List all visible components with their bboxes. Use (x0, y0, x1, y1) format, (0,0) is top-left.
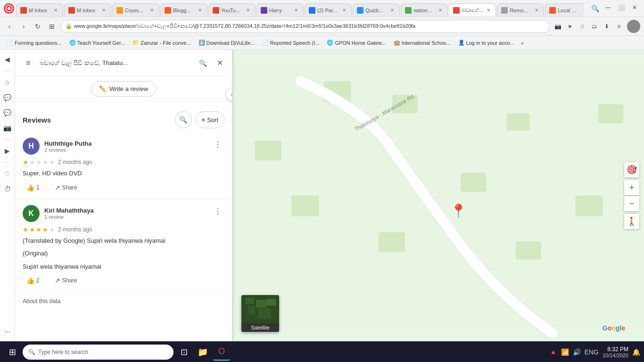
notification-button[interactable]: 🔔 (632, 348, 640, 356)
panel-search-icon[interactable]: 🔍 (196, 57, 209, 70)
restore-button[interactable]: ⬜ (616, 3, 627, 12)
panel-menu-button[interactable]: ≡ (21, 56, 36, 71)
tab-label-maps: බඩාගේ... (462, 7, 483, 13)
sort-button[interactable]: ≡ Sort (196, 111, 224, 128)
system-clock[interactable]: 8:32 PM 10/14/2020 (603, 346, 628, 358)
profile-avatar[interactable] (627, 20, 640, 33)
opera-browser-button[interactable]: O (213, 344, 230, 361)
star-2-4: ★ (42, 226, 49, 233)
minimize-button[interactable]: — (603, 3, 614, 12)
bookmark-djvu[interactable]: ⬇️ Download DjVuLibr... (196, 39, 257, 47)
tab-close-national[interactable]: ✕ (437, 7, 444, 14)
write-review-button[interactable]: ✏️ Write a review (91, 81, 156, 97)
tab-courses[interactable]: Cours... ✕ (112, 3, 159, 16)
like-button-1[interactable]: 👍 1 (23, 182, 43, 193)
tab-maps[interactable]: 📍 බඩාගේ... ✕ (449, 3, 496, 16)
browser-search-button[interactable]: 🔍 (589, 3, 601, 14)
sidebar-more-icon[interactable]: ⋯ (2, 326, 13, 337)
tab-close-gmail2[interactable]: ✕ (100, 7, 107, 14)
tab-close-quiz[interactable]: ✕ (389, 7, 396, 14)
tab-favicon-quiz (357, 7, 363, 14)
download-button[interactable]: ⬇ (602, 21, 612, 32)
opera-icon: O (218, 346, 225, 356)
tab-favicon-national (405, 7, 412, 14)
forward-button[interactable]: › (18, 21, 29, 32)
like-button-2[interactable]: 👍 2 (23, 275, 43, 286)
sidebar-heart-icon[interactable]: ♡ (2, 168, 13, 180)
tab-facebook[interactable]: (2) Par... ✕ (305, 3, 352, 16)
tab-close-youtube[interactable]: ✕ (245, 7, 251, 14)
review-more-button-2[interactable]: ⋮ (211, 205, 224, 218)
share-button-1[interactable]: ↗ Share (51, 182, 81, 193)
tab-local[interactable]: Local ... ✕ (545, 3, 584, 16)
tab-remove[interactable]: Remo... ✕ (497, 3, 544, 16)
reviews-search-button[interactable]: 🔍 (175, 111, 192, 128)
refresh-button[interactable]: ↻ (32, 21, 43, 32)
bookmark-international-school[interactable]: 🏫 International Schoo... (391, 39, 454, 47)
tray-up-arrow-icon[interactable]: 🔺 (549, 348, 557, 356)
sidebar-whatsapp-icon[interactable]: 💬 (2, 107, 13, 118)
task-view-icon: ⊡ (181, 347, 188, 357)
start-button[interactable]: ⊞ (4, 344, 21, 361)
map-location-pin[interactable]: 📍 (450, 203, 467, 219)
favorites-button[interactable]: ☆ (577, 21, 587, 32)
tab-youtube[interactable]: YouTu... ✕ (208, 3, 256, 16)
volume-icon[interactable]: 🔊 (573, 348, 581, 356)
sidebar-messenger-icon[interactable]: 💬 (2, 92, 13, 103)
satellite-toggle[interactable]: Satellite (241, 295, 279, 332)
bookmark-teach-yourself[interactable]: 🌐 Teach Yourself Ger... (66, 39, 128, 47)
tab-close-local[interactable]: ✕ (581, 7, 584, 14)
reviews-section[interactable]: Reviews 🔍 ≡ Sort H (15, 102, 232, 341)
bookmark-forming-questions[interactable]: 📄 Forming questions... (4, 39, 65, 47)
zoom-in-button[interactable]: + (624, 180, 639, 195)
sidebar-arrow-icon[interactable]: ▶ (2, 145, 13, 156)
settings-button[interactable]: ≡ (614, 21, 624, 32)
compass-button[interactable]: 🎯 (624, 162, 639, 177)
tab-national[interactable]: nation... ✕ (401, 3, 448, 16)
tab-close-harry[interactable]: ✕ (293, 7, 299, 14)
tab-close-gmail1[interactable]: ✕ (52, 7, 59, 14)
lens-button[interactable]: 📷 (553, 21, 563, 32)
close-button[interactable]: ✕ (629, 3, 640, 12)
tab-blogger[interactable]: Blogg... ✕ (160, 3, 207, 16)
back-button[interactable]: ‹ (4, 21, 15, 32)
sidebar-history-icon[interactable]: ⏱ (2, 183, 13, 195)
panel-close-button[interactable]: ✕ (213, 57, 226, 70)
share-button-2[interactable]: ↗ Share (51, 275, 81, 286)
tab-gmail2[interactable]: M Inbox ✕ (64, 3, 111, 16)
star-2-1: ★ (23, 226, 29, 233)
tab-close-maps[interactable]: ✕ (485, 7, 492, 14)
bookmarks-more-button[interactable]: » (519, 39, 526, 47)
tab-harry[interactable]: Harry ✕ (256, 3, 304, 16)
file-explorer-button[interactable]: 📁 (194, 344, 211, 361)
bookmark-login[interactable]: 👤 Log in to your acco... (455, 39, 517, 47)
language-indicator[interactable]: ENG (585, 348, 599, 356)
bookmark-reported-speech[interactable]: 📄 Reported Speech (I... (259, 39, 322, 47)
bookmark-zamzar[interactable]: 📁 Zamzar - File conve... (130, 39, 193, 47)
tab-close-remove[interactable]: ✕ (533, 7, 540, 14)
collection-button[interactable]: 🗂 (589, 21, 600, 32)
map-area[interactable]: Thalatuoya - Marassana Rd. 📍 (232, 50, 644, 341)
address-input-wrap[interactable]: 🔒 www.google.lk/maps/place/බඩාගේ+වැල+සීඩ… (60, 20, 550, 33)
arrow-button[interactable]: ➤ (565, 21, 575, 32)
sidebar-instagram-icon[interactable]: 📷 (2, 122, 13, 133)
review-more-button-1[interactable]: ⋮ (211, 138, 224, 151)
street-view-button[interactable]: 🚶 (624, 214, 639, 229)
tab-quiz[interactable]: Quizb... ✕ (353, 3, 400, 16)
svg-rect-16 (256, 300, 267, 307)
map-controls: 🎯 + − 🚶 (624, 162, 639, 229)
tab-close-blogger[interactable]: ✕ (197, 7, 203, 14)
zoom-out-button[interactable]: − (624, 196, 639, 211)
tab-gmail1[interactable]: M Inbox ✕ (16, 3, 63, 16)
bookmark-gpon[interactable]: 🌐 GPON Home Gatew... (324, 39, 388, 47)
task-view-button[interactable]: ⊡ (175, 344, 192, 361)
apps-button[interactable]: ⊞ (46, 21, 58, 32)
tab-close-courses[interactable]: ✕ (149, 7, 155, 14)
panel-search-input[interactable] (40, 55, 192, 72)
taskbar-search-bar[interactable]: 🔍 Type here to search (23, 345, 173, 360)
tab-close-fb[interactable]: ✕ (341, 7, 347, 14)
about-data-link[interactable]: About this data (15, 292, 232, 310)
sidebar-back-icon[interactable]: ◀ (2, 54, 13, 65)
sidebar-favorites-icon[interactable]: ☆ (2, 77, 13, 88)
network-icon[interactable]: 📶 (561, 348, 569, 356)
